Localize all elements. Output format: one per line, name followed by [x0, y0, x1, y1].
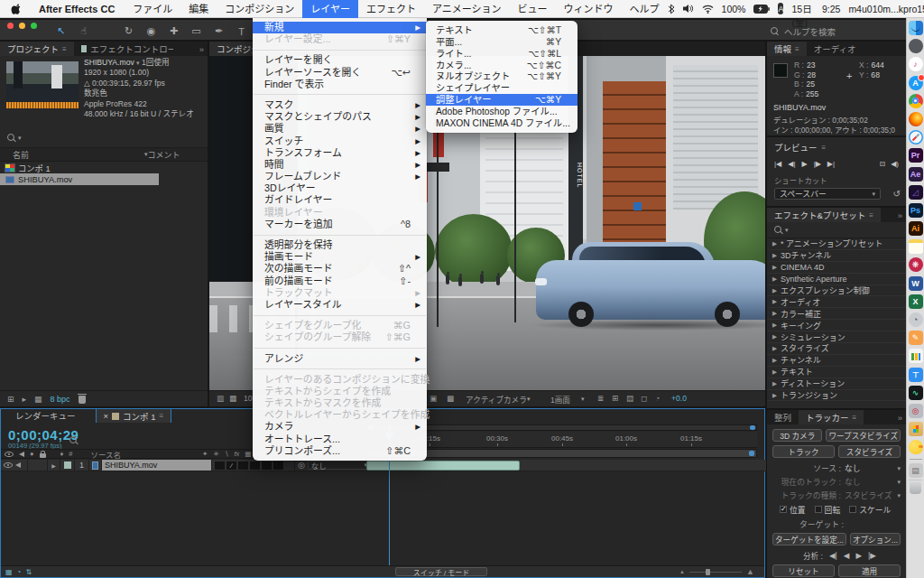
exposure-value[interactable]: +0.0	[671, 394, 687, 403]
effect-category[interactable]: ▶ カラー補正	[767, 308, 906, 320]
volume-icon[interactable]	[683, 4, 694, 14]
menubar-account[interactable]: m4u010m...kpro15inch	[848, 4, 924, 14]
menubar-item[interactable]: 編集	[180, 0, 217, 18]
menu-item[interactable]: スイッチ ▶	[253, 135, 427, 147]
checkbox-icon[interactable]	[780, 506, 787, 513]
zoom-tool-icon[interactable]	[99, 24, 113, 38]
more-tabs-icon[interactable]: »	[196, 42, 208, 56]
twirl-icon[interactable]: ▶	[772, 392, 777, 399]
effect-category[interactable]: ▶ ディストーション	[767, 378, 906, 390]
effect-category[interactable]: ▶ オーディオ	[767, 296, 906, 308]
tracker-setting-row[interactable]: ソース : なし▾	[772, 461, 901, 475]
ruler-icon[interactable]: ≣	[597, 394, 604, 403]
apple-menu-icon[interactable]	[0, 3, 31, 15]
window-close-button[interactable]	[7, 23, 14, 29]
next-frame-button[interactable]: |▶	[814, 160, 821, 168]
camera-tool-icon[interactable]: ◉	[144, 24, 158, 38]
itunes-icon[interactable]: ♪	[909, 57, 923, 71]
firefox-icon[interactable]	[909, 112, 923, 126]
more-tabs-icon[interactable]: »	[894, 208, 906, 222]
menu-item[interactable]: マーカーを追加 ^8 ▶	[253, 219, 427, 230]
twirl-icon[interactable]: ▶	[772, 287, 777, 294]
current-timecode[interactable]: 0;00;04;29	[8, 427, 79, 443]
app-store-icon[interactable]: A	[909, 76, 923, 90]
twirl-icon[interactable]: ▶	[772, 310, 777, 317]
dock-separator[interactable]	[910, 459, 922, 460]
project-search-field[interactable]: ▾	[0, 128, 208, 148]
toast-icon[interactable]: ◎	[909, 404, 923, 418]
type-tool-icon[interactable]: T	[235, 24, 248, 38]
effects-search-field[interactable]: ▾	[767, 222, 906, 238]
menu-item[interactable]: 描画モード ▶	[253, 251, 427, 263]
layer-video-toggle[interactable]	[4, 462, 13, 468]
tab-effect-controls[interactable]: エフェクトコントロール S	[74, 42, 180, 56]
adjustment-switch[interactable]	[262, 461, 272, 470]
panel-menu-icon[interactable]: ≡	[795, 45, 799, 53]
shortcut-select[interactable]: スペースバー ▾	[774, 188, 881, 200]
menu-item[interactable]: シェイプのグループ解除 ⇧⌘G ▶	[253, 331, 427, 343]
input-source-icon[interactable]: A	[778, 3, 783, 14]
excel-icon[interactable]: X	[909, 294, 923, 309]
illustrator-icon[interactable]: Ai	[909, 221, 923, 236]
mini-flowchart-icon[interactable]: ▤	[626, 394, 633, 403]
twirl-icon[interactable]: ▶	[772, 298, 777, 305]
zoom-slider-thumb[interactable]	[706, 569, 710, 575]
menu-item[interactable]: レイヤーソースを開く ⌥↩ ▶	[253, 67, 427, 79]
fx-switch[interactable]: ∕	[226, 461, 236, 470]
effect-category[interactable]: ▶ シミュレーション	[767, 331, 906, 343]
zoom-in-icon[interactable]: ▲	[746, 567, 754, 576]
menu-item[interactable]: トラックマット ▶	[253, 287, 427, 299]
window-minimize-button[interactable]	[19, 23, 25, 29]
bluetooth-icon[interactable]	[668, 4, 675, 14]
keynote-icon[interactable]: ⊤	[909, 368, 923, 382]
menubar-item[interactable]: コンポジション	[217, 0, 302, 18]
menubar-item[interactable]: レイヤー	[302, 0, 358, 18]
menubar-item[interactable]: After Effects CC	[31, 0, 125, 18]
effect-category[interactable]: ▶ * アニメーションプリセット	[767, 238, 906, 250]
more-tabs-icon[interactable]: »	[894, 410, 906, 424]
effect-category[interactable]: ▶ トランジション	[767, 390, 906, 402]
view-layout-select[interactable]: 1画面	[550, 394, 570, 405]
submenu-item[interactable]: Adobe Photoshop ファイル... ▶	[426, 106, 578, 117]
footage-name[interactable]: SHIBUYA.mov	[84, 58, 134, 67]
work-area-end-handle[interactable]	[749, 451, 754, 456]
menu-item[interactable]: テキストからマスクを作成 ▶	[253, 397, 427, 409]
reset-button[interactable]: リセット	[772, 564, 835, 577]
menubar-item[interactable]: ウィンドウ	[556, 0, 622, 18]
layer-audio-toggle[interactable]	[15, 462, 21, 468]
analyze-backward-button[interactable]: ◀	[844, 551, 850, 560]
analyze-fwd-1-button[interactable]: |▶	[868, 551, 876, 560]
compressor-icon[interactable]: ◔	[909, 312, 923, 327]
tab-render-queue[interactable]: レンダーキュー	[8, 408, 83, 423]
menu-item[interactable]: マスク ▶	[253, 99, 427, 111]
effect-category[interactable]: ▶ エクスプレッション制御	[767, 285, 906, 297]
davinci-resolve-icon[interactable]: ❋	[909, 257, 923, 272]
panel-menu-icon[interactable]: ≡	[869, 211, 873, 219]
twirl-icon[interactable]: ▶	[51, 462, 56, 469]
apply-button[interactable]: 適用	[838, 564, 901, 577]
magnification-icon[interactable]: ▥	[217, 394, 224, 403]
safari-icon[interactable]	[909, 130, 923, 144]
motion-blur-switch[interactable]	[250, 461, 260, 470]
menu-item[interactable]: プリコンポーズ... ⇧⌘C ▶	[253, 445, 427, 457]
first-frame-button[interactable]: |◀	[774, 160, 781, 168]
submenu-item[interactable]: 調整レイヤー ⌥⌘Y ▶	[426, 94, 578, 106]
pan-behind-tool-icon[interactable]: ✚	[167, 24, 180, 38]
menubar-item[interactable]: エフェクト	[358, 0, 424, 18]
submenu-item[interactable]: MAXON CINEMA 4D ファイル... ▶	[426, 117, 578, 129]
cyberduck-icon[interactable]	[909, 440, 923, 454]
pickwhip-icon[interactable]: ◎	[298, 461, 305, 470]
checkbox-icon[interactable]	[849, 506, 856, 513]
stabilize-motion-button[interactable]: スタビライズ	[838, 445, 901, 458]
submenu-item[interactable]: テキスト ⌥⇧⌘T ▶	[426, 24, 578, 36]
quality-switch[interactable]	[215, 461, 225, 470]
premiere-pro-icon[interactable]: Pr	[909, 148, 923, 163]
frame-blend-switch[interactable]	[238, 461, 248, 470]
media-encoder-icon[interactable]: ◿	[909, 185, 923, 200]
menubar-time[interactable]: 9:25	[822, 4, 840, 14]
menu-item[interactable]: レイヤーのあるコンポジションに変換 ▶	[253, 374, 427, 386]
finder-icon[interactable]	[909, 21, 923, 35]
menubar-date[interactable]: 7月15日(金)	[791, 0, 813, 29]
menu-item[interactable]: 時間 ▶	[253, 159, 427, 171]
menu-item[interactable]: ▶	[254, 50, 426, 51]
